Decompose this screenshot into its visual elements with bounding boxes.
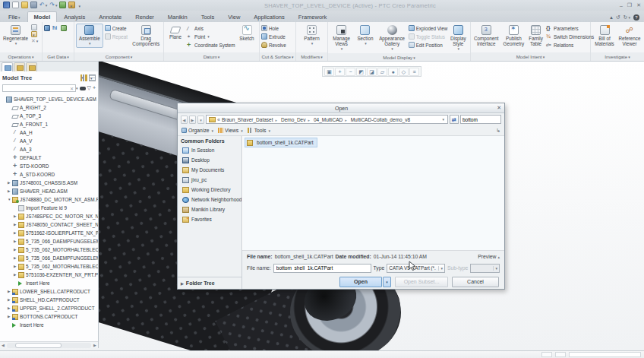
import-icon[interactable]	[44, 25, 50, 31]
tree-item[interactable]: DEFAULT	[0, 154, 98, 162]
save-icon[interactable]	[30, 2, 37, 8]
component-interface-button[interactable]: Component Interface	[472, 24, 500, 48]
tree-item[interactable]: ▶ BOTTONS.CATPRODUCT	[0, 312, 98, 321]
reference-viewer-button[interactable]: Reference Viewer	[617, 24, 642, 48]
tree-item[interactable]: ▶ JS748050_CONTACT_SHEET_NX_PRT	[0, 220, 98, 229]
tree-tools-icon[interactable]	[80, 74, 87, 81]
tree-horizontal-scrollbar[interactable]: ◀ ▶	[0, 341, 98, 348]
tree-item[interactable]: ▶ LOWER_SHELL.CATPRODUCT	[0, 287, 98, 296]
edit-position-button[interactable]: Edit Position	[409, 41, 447, 49]
group-label-model-display[interactable]: Model Display	[328, 53, 470, 61]
coordinate-system-button[interactable]: Coordinate System	[187, 41, 235, 49]
tree-item[interactable]: A_STD-KOORD	[0, 170, 98, 179]
breadcrumb-segment[interactable]: MultiCAD-Collab_demo_v8	[351, 117, 410, 122]
ribbon-tab[interactable]: Annotate	[92, 11, 128, 22]
sketch-button[interactable]: Sketch	[237, 24, 257, 43]
view-manager-icon[interactable]: ≡	[409, 68, 419, 76]
paste-icon[interactable]	[31, 31, 37, 37]
repaint-icon[interactable]: ◩	[356, 68, 366, 76]
group-label-operations[interactable]: Operations	[0, 52, 42, 61]
group-label-component[interactable]: Component	[74, 52, 163, 61]
extrude-button[interactable]: Extrude	[261, 33, 286, 40]
tab-file[interactable]: File	[2, 11, 27, 22]
dialog-close-icon[interactable]: ✕	[497, 105, 501, 111]
ribbon-tab[interactable]: Tools	[194, 11, 222, 22]
common-folder-item[interactable]: Working Directory	[178, 185, 242, 195]
tab-favorites[interactable]	[26, 62, 37, 71]
dialog-title-bar[interactable]: Open ✕	[178, 103, 504, 113]
copy-icon[interactable]	[31, 24, 37, 30]
group-label-get-data[interactable]: Get Data	[43, 52, 74, 61]
ribbon-tab[interactable]: Manikin	[161, 11, 194, 22]
tree-item[interactable]: STD-KOORD	[0, 162, 98, 170]
hole-button[interactable]: Hole	[261, 24, 286, 32]
help-icon[interactable]: ?	[633, 14, 639, 21]
preview-toggle[interactable]: Preview	[478, 254, 500, 259]
subtype-select[interactable]: ▾	[470, 264, 500, 273]
views-menu[interactable]: Views	[218, 128, 243, 133]
toggle-status-button[interactable]: Toggle Status	[409, 33, 447, 40]
open-file-icon[interactable]	[21, 2, 28, 8]
close-button[interactable]: ✕	[636, 2, 641, 8]
tree-item[interactable]: Import Feature id 9	[0, 204, 98, 212]
family-table-button[interactable]: Family Table	[527, 24, 545, 48]
new-file-icon[interactable]	[12, 2, 19, 8]
tab-model-tree[interactable]	[2, 62, 13, 71]
tree-item[interactable]: ▶ SHAVER_HEAD.ASM	[0, 187, 98, 195]
cancel-button[interactable]: Cancel	[452, 277, 499, 287]
redo-button[interactable]: ↷	[49, 2, 57, 8]
file-list[interactable]: bottom_shell_1k.CATPart	[242, 136, 504, 250]
ribbon-tab[interactable]: Analysis	[57, 11, 92, 22]
tree-item[interactable]: ▶ JS748001_CHASSIS.ASM	[0, 179, 98, 187]
regenerate-quick-icon[interactable]	[59, 2, 66, 8]
window-switch-icon[interactable]	[68, 2, 75, 8]
tab-folder-browser[interactable]	[14, 62, 25, 71]
clear-filter-icon[interactable]: ✕	[70, 86, 74, 91]
nav-history-caret[interactable]: ▾	[197, 116, 204, 124]
file-name-input[interactable]	[273, 264, 371, 273]
appearance-gallery-button[interactable]: Appearance Gallery	[377, 24, 407, 53]
tree-item[interactable]: ▶ 5_735_062_MOTORHALTEBLECH_NX_	[0, 262, 98, 271]
refit-icon[interactable]: ▣	[324, 68, 334, 76]
point-button[interactable]: Point	[187, 33, 235, 40]
assemble-button[interactable]: Assemble	[76, 24, 103, 48]
breadcrumb-segment[interactable]: 04_MultiCAD	[314, 117, 349, 122]
pattern-button[interactable]: Pattern	[302, 24, 320, 48]
restore-button[interactable]: ❐	[627, 2, 632, 8]
tree-item[interactable]: ▶ SHELL_HD.CATPRODUCT	[0, 296, 98, 304]
organize-menu[interactable]: Organize	[182, 128, 213, 133]
undo-button[interactable]: ↶	[39, 2, 47, 8]
delete-icon[interactable]	[31, 38, 37, 44]
ribbon-tab[interactable]: Model	[27, 11, 58, 22]
open-subset-button[interactable]: Open Subset...	[395, 277, 448, 287]
tools-menu[interactable]: Tools	[248, 128, 270, 133]
group-label-cut-surface[interactable]: Cut & Surface	[260, 52, 295, 61]
tree-item[interactable]: ▼ JS748880_DC_MOTOR_NX_ASM.PRT	[0, 195, 98, 204]
tree-item[interactable]: AA_3	[0, 145, 98, 154]
common-folder-item[interactable]: jixu_pc	[178, 175, 242, 185]
status-filter-icon[interactable]	[541, 352, 552, 357]
tree-item[interactable]: ▶ 5_735_066_DAEMPFUNGSELEMENT_N	[0, 254, 98, 262]
ribbon-tab[interactable]: Framework	[292, 11, 334, 22]
breadcrumb[interactable]: « Braun_Shaver_Dataset Demo_Dev 04_Multi…	[206, 115, 448, 124]
tree-item[interactable]: ▶ UPPER_SHELL_2.CATPRODUCT	[0, 304, 98, 312]
parameters-button[interactable]: Parameters	[546, 24, 589, 32]
common-folder-item[interactable]: Manikin Library	[178, 204, 242, 214]
common-folder-item[interactable]: Desktop	[178, 155, 242, 165]
bill-of-materials-button[interactable]: Bill of Materials	[593, 24, 616, 48]
tree-item[interactable]: ▶ 5_735_066_DAEMPFUNGSELEMENT_N	[0, 237, 98, 246]
drag-components-button[interactable]: Drag Components	[130, 24, 162, 48]
axis-button[interactable]: Axis	[187, 24, 235, 32]
folder-tree-toggle[interactable]: ▶ Folder Tree	[178, 277, 242, 289]
open-button[interactable]: Open	[339, 277, 382, 287]
open-button-caret[interactable]: ▾	[383, 277, 391, 287]
tree-item[interactable]: A_RIGHT_2	[0, 103, 98, 112]
section-button[interactable]: Section	[355, 24, 375, 48]
display-style-button[interactable]: Display Style	[448, 24, 469, 53]
tree-filter-input[interactable]	[2, 84, 76, 92]
ribbon-tab[interactable]: Applications	[247, 11, 291, 22]
revolve-button[interactable]: Revolve	[261, 41, 286, 49]
breadcrumb-segment[interactable]: Braun_Shaver_Dataset	[222, 117, 279, 122]
switch-dimensions-button[interactable]: Switch Dimensions	[546, 33, 589, 40]
tree-item[interactable]: ▶ 5751962-ISOLIERPLATTE_NX_PRT.PRT	[0, 229, 98, 237]
